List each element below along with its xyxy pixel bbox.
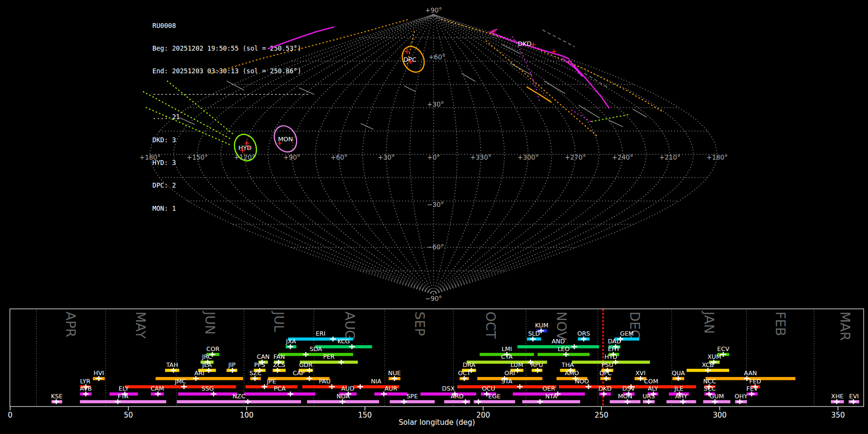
shower-label-ARD: ARD [451, 393, 464, 400]
shower-peak-cross-LEO [563, 352, 569, 357]
shower-peak-cross-STA [517, 384, 523, 389]
shower-label-NTA: NTA [545, 393, 557, 400]
shower-label-FEV: FEV [746, 385, 758, 392]
shower-bar-PAU [302, 385, 347, 389]
shower-label-XUM: XUM [707, 353, 721, 360]
shower-peak-cross-NTA [537, 399, 543, 404]
shower-peak-cross-OCT [461, 376, 467, 381]
shower-peak-cross-EVI [851, 399, 856, 404]
shower-label-PCA: PCA [274, 385, 286, 392]
shower-label-SCC: SCC [704, 385, 716, 392]
shower-peak-cross-ORS [581, 337, 586, 341]
shower-peak-cross-EGE [475, 399, 481, 404]
shower-label-JLE: JLE [674, 385, 684, 392]
shower-peak-cross-HVI [96, 376, 102, 381]
shower-label-XVI: XVI [636, 369, 646, 377]
shower-label-OER: OER [542, 385, 556, 392]
shower-bar-PCA [244, 393, 315, 396]
shower-label-ARI: ARI [194, 369, 204, 377]
shower-bar-FTA [80, 400, 166, 404]
shower-peak-cross-PER [339, 360, 344, 365]
shower-label-NCC: NCC [703, 378, 716, 385]
shower-label-KSE: KSE [51, 393, 63, 400]
shower-peak-cross-NZC [245, 399, 251, 404]
shower-bar-SDA [279, 353, 353, 356]
shower-label-SSG: SSG [202, 385, 214, 392]
shower-label-ZCS: ZCS [273, 361, 285, 368]
shower-label-STA: STA [501, 378, 513, 385]
shower-peak-cross-XCB [705, 368, 711, 373]
shower-label-XHE: XHE [831, 393, 844, 400]
shower-peak-cross-KSE [54, 399, 59, 404]
month-label-may: MAY [133, 312, 148, 339]
shower-label-AUR: AUR [385, 385, 398, 392]
shower-peak-cross-RPU [535, 368, 541, 373]
shower-label-FED: FED [749, 378, 761, 385]
shower-label-NUE: NUE [388, 369, 401, 377]
shower-label-GUM: GUM [710, 393, 724, 400]
shower-peak-cross-ARI [193, 376, 199, 381]
shower-label-SPE: SPE [407, 393, 418, 400]
shower-label-ELY: ELY [119, 385, 129, 392]
shower-peak-cross-DKD [601, 392, 607, 396]
shower-peak-cross-JPE [261, 384, 267, 389]
shower-label-EGE: EGE [488, 393, 501, 400]
shower-peak-cross-NIA [357, 384, 363, 389]
shower-label-CTA: CTA [501, 353, 513, 360]
shower-peak-cross-PCA [287, 392, 293, 396]
shower-label-AVB: AVB [80, 385, 92, 392]
shower-peak-cross-XHE [834, 399, 840, 404]
shower-peak-cross-MON [624, 399, 630, 404]
shower-peak-cross-NUE [392, 376, 397, 381]
shower-label-PER: PER [323, 353, 335, 360]
shower-peak-cross-JXA [287, 344, 293, 349]
x-tick-label: 250 [595, 411, 609, 420]
shower-label-NIA: NIA [371, 378, 381, 385]
shower-label-JIP: JIP [228, 361, 235, 368]
shower-label-DKD: DKD [598, 385, 611, 392]
shower-label-EVI: EVI [849, 393, 859, 400]
shower-bar-KCG [315, 345, 372, 349]
shower-peak-cross-AHY [680, 399, 686, 404]
shower-label-PPS: PPS [254, 361, 265, 368]
shower-peak-cross-HYD [613, 360, 619, 365]
shower-peak-cross-NDA [339, 399, 345, 404]
shower-label-COM: COM [644, 378, 658, 385]
shower-peak-cross-ARD [462, 399, 468, 404]
shower-peak-cross-NOO [585, 384, 591, 389]
shower-peak-cross-AUR [381, 392, 387, 396]
month-label-jul: JUL [271, 311, 286, 332]
shower-label-SZC: SZC [249, 369, 261, 377]
shower-label-LYR: LYR [80, 378, 91, 385]
shower-peak-cross-TAH [170, 368, 176, 373]
shower-label-ORI: ORI [504, 369, 515, 377]
shower-label-SLD: SLD [528, 330, 540, 337]
shower-bar-SPE [390, 400, 434, 404]
shower-label-DSX: DSX [442, 385, 455, 392]
timeline-chart-svg: APRMAYJUNJULAUGSEPOCTNOVDECJANFEBMARKUME… [0, 0, 868, 434]
x-tick-label: 100 [240, 411, 254, 420]
shower-peak-cross-ZCS [274, 368, 280, 373]
shower-peak-cross-JMC [181, 384, 187, 389]
shower-peak-cross-KCG [349, 344, 355, 349]
month-label-aug: AUG [342, 312, 357, 340]
shower-label-EHY: EHY [608, 345, 620, 353]
shower-label-CAM: CAM [150, 385, 164, 392]
month-label-oct: OCT [483, 312, 498, 339]
shower-peak-cross-ERI [330, 337, 336, 341]
shower-peak-cross-QUA [676, 376, 681, 381]
shower-label-ALY: ALY [648, 385, 658, 392]
shower-label-GEM: GEM [620, 330, 634, 337]
shower-label-DAD: DAD [608, 338, 621, 345]
shower-label-FTA: FTA [118, 393, 129, 400]
shower-label-SDA: SDA [310, 345, 322, 353]
shower-label-AND: AND [552, 338, 565, 345]
shower-label-PSU: PSU [601, 361, 613, 368]
shower-label-TAH: TAH [166, 361, 178, 368]
shower-label-NDA: NDA [337, 393, 350, 400]
shower-label-KCG: KCG [338, 338, 350, 345]
shower-peak-cross-SLD [530, 337, 536, 341]
month-label-jun: JUN [203, 311, 217, 335]
shower-peak-cross-XVI [637, 376, 643, 381]
shower-label-FAN: FAN [273, 353, 285, 360]
